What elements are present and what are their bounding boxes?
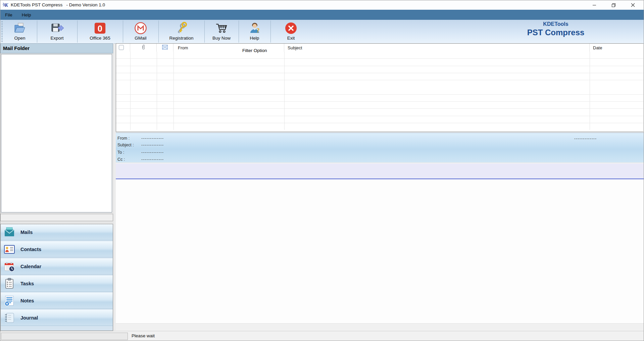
mails-icon bbox=[4, 227, 15, 238]
mail-list-rows[interactable] bbox=[116, 52, 643, 130]
gmail-button[interactable]: GMail bbox=[123, 20, 158, 42]
menu-bar: File Help bbox=[0, 10, 644, 20]
preview-subject-value: ------------- bbox=[141, 143, 164, 147]
maximize-button[interactable] bbox=[606, 0, 621, 10]
grid-line bbox=[174, 52, 174, 130]
select-all-checkbox[interactable] bbox=[119, 45, 124, 50]
preview-pane: From : ------------- Subject : ---------… bbox=[116, 133, 644, 162]
sidebar-item-calendar[interactable]: Calendar bbox=[1, 258, 113, 275]
grid-line bbox=[590, 52, 590, 130]
bottom-strip bbox=[116, 323, 644, 331]
contacts-icon bbox=[4, 244, 15, 255]
preview-to-value: ------------- bbox=[141, 150, 164, 155]
sidebar-item-notes[interactable]: Notes bbox=[1, 293, 113, 309]
column-header-subject[interactable]: Subject bbox=[284, 44, 590, 52]
attachment-column[interactable] bbox=[130, 44, 157, 52]
preview-to-row: To : ------------- bbox=[117, 150, 164, 155]
mail-folder-header: Mail Folder bbox=[0, 43, 113, 53]
app-logo-icon: K bbox=[2, 2, 9, 8]
preview-cc-row: Cc : ------------- bbox=[117, 157, 164, 162]
mail-list-table: From Subject Date Filter Option bbox=[116, 43, 643, 132]
registration-button[interactable]: Registration bbox=[159, 20, 204, 42]
filter-option-label[interactable]: Filter Option bbox=[242, 48, 267, 53]
calendar-icon bbox=[4, 261, 15, 272]
sidebar-item-journal[interactable]: Journal bbox=[1, 310, 113, 326]
restore-icon bbox=[611, 3, 616, 7]
menu-file[interactable]: File bbox=[0, 11, 17, 19]
svg-text:0: 0 bbox=[98, 24, 102, 33]
help-person-icon: ? bbox=[248, 21, 261, 36]
toolbar-grip bbox=[1, 21, 3, 42]
brand-block: KDETools PST Compress bbox=[519, 21, 593, 37]
office365-icon: 0 bbox=[94, 21, 106, 36]
main-content-area bbox=[116, 179, 644, 331]
exit-icon bbox=[284, 21, 298, 36]
preview-from-label: From : bbox=[117, 136, 141, 141]
help-button[interactable]: ? Help bbox=[239, 20, 270, 42]
grid-line bbox=[130, 52, 131, 130]
menu-help[interactable]: Help bbox=[17, 11, 36, 19]
envelope-icon bbox=[162, 45, 168, 51]
office365-button[interactable]: 0 Office 365 bbox=[78, 20, 122, 42]
sidebar-item-tasks[interactable]: Tasks bbox=[1, 276, 113, 292]
sidebar: Mail Folder Mails bbox=[0, 43, 114, 331]
minimize-button[interactable] bbox=[587, 0, 602, 10]
gmail-icon bbox=[134, 21, 147, 36]
close-button[interactable] bbox=[625, 0, 641, 10]
journal-icon bbox=[4, 312, 15, 324]
column-header-from[interactable]: From bbox=[174, 44, 284, 52]
minimize-icon bbox=[592, 3, 596, 7]
tasks-icon bbox=[4, 278, 15, 289]
window-title: KDETools PST Compress - Demo Version 1.0 bbox=[11, 2, 105, 7]
preview-date-value: ------------- bbox=[574, 136, 597, 141]
sidebar-item-mails[interactable]: Mails bbox=[1, 224, 113, 240]
open-button[interactable]: Open bbox=[3, 20, 37, 42]
export-button[interactable]: Export bbox=[37, 20, 77, 42]
column-header-date[interactable]: Date bbox=[590, 44, 643, 52]
open-folder-icon bbox=[13, 21, 27, 36]
preview-body-row bbox=[116, 163, 644, 179]
grid-line bbox=[157, 52, 157, 130]
svg-text:?: ? bbox=[256, 27, 260, 34]
app-window: K KDETools PST Compress - Demo Version 1… bbox=[0, 0, 644, 341]
registration-key-icon bbox=[175, 21, 188, 36]
brand-line2: PST Compress bbox=[519, 28, 593, 37]
grid-line bbox=[284, 52, 285, 130]
preview-subject-row: Subject : ------------- bbox=[117, 143, 164, 147]
preview-to-label: To : bbox=[117, 150, 141, 155]
status-text: Please wait bbox=[132, 333, 155, 338]
notes-icon bbox=[4, 295, 15, 306]
read-status-column[interactable] bbox=[157, 44, 174, 52]
status-bar: Please wait bbox=[0, 331, 644, 341]
select-all-column bbox=[116, 44, 130, 52]
cart-icon bbox=[215, 21, 228, 36]
progress-box bbox=[1, 333, 128, 340]
paperclip-icon bbox=[141, 44, 146, 51]
buy-now-button[interactable]: Buy Now bbox=[205, 20, 238, 42]
preview-from-value: ------------- bbox=[141, 136, 164, 141]
exit-button[interactable]: Exit bbox=[271, 20, 311, 42]
sidebar-nav-panel: Mails Contacts bbox=[0, 224, 113, 331]
toolbar: Open Export 0 Office 365 bbox=[0, 20, 644, 44]
brand-line1: KDETools bbox=[519, 21, 593, 27]
mail-list-header: From Subject Date bbox=[116, 44, 643, 52]
export-floppy-icon bbox=[50, 21, 64, 36]
title-bar: K KDETools PST Compress - Demo Version 1… bbox=[0, 0, 644, 10]
mail-folder-tree[interactable] bbox=[1, 54, 112, 212]
preview-cc-value: ------------- bbox=[141, 157, 164, 162]
preview-cc-label: Cc : bbox=[117, 157, 141, 162]
preview-subject-label: Subject : bbox=[117, 143, 141, 147]
sidebar-strip bbox=[0, 214, 113, 221]
preview-from-row: From : ------------- bbox=[117, 136, 164, 141]
sidebar-item-contacts[interactable]: Contacts bbox=[1, 241, 113, 257]
svg-text:K: K bbox=[4, 2, 8, 8]
close-icon bbox=[631, 3, 635, 7]
